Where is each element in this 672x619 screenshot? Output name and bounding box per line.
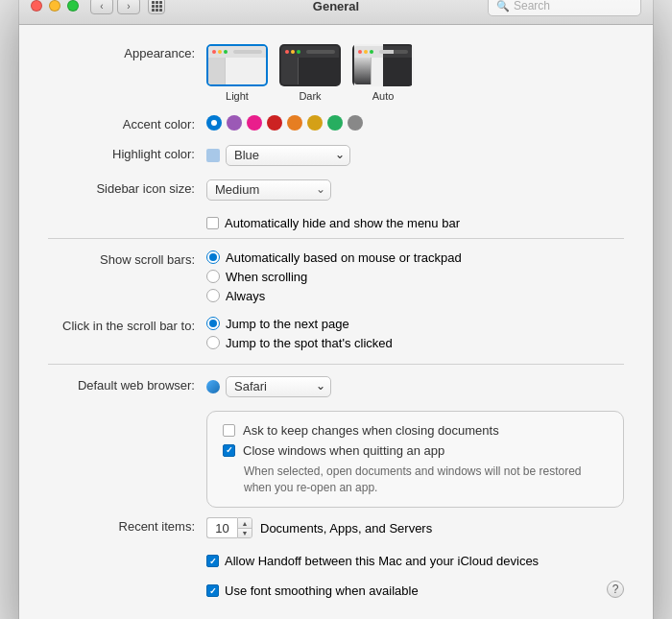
- auto-hide-menu-label-empty: [48, 214, 206, 216]
- content-area: Appearance:: [19, 25, 653, 619]
- accent-yellow[interactable]: [307, 115, 323, 131]
- recent-items-decrement[interactable]: ▼: [238, 529, 252, 538]
- scroll-when-row[interactable]: When scrolling: [206, 270, 462, 284]
- recent-items-stepper-group: ▲ ▼: [206, 517, 252, 538]
- back-button[interactable]: ‹: [90, 0, 113, 14]
- default-browser-content: Safari: [206, 376, 624, 397]
- search-icon: 🔍: [496, 0, 510, 12]
- sidebar-icon-size-label: Sidebar icon size:: [48, 179, 206, 196]
- accent-blue[interactable]: [206, 115, 222, 131]
- accent-color-options: [206, 115, 624, 131]
- safari-icon: [206, 380, 220, 393]
- close-button[interactable]: [31, 0, 42, 12]
- jump-spot-radio[interactable]: [206, 336, 220, 349]
- appearance-light[interactable]: Light: [206, 44, 268, 102]
- highlight-color-select-wrapper: Blue: [226, 145, 350, 166]
- show-scroll-bars-row: Show scroll bars: Automatically based on…: [48, 250, 624, 303]
- highlight-color-content: Blue: [206, 145, 624, 166]
- recent-items-stepper: ▲ ▼: [237, 517, 252, 538]
- accent-orange[interactable]: [287, 115, 302, 131]
- accent-red[interactable]: [267, 115, 282, 131]
- click-scroll-bar-content: Jump to the next page Jump to the spot t…: [206, 317, 624, 350]
- search-placeholder: Search: [514, 0, 550, 12]
- jump-spot-label: Jump to the spot that's clicked: [226, 336, 393, 350]
- font-smoothing-checkbox[interactable]: [206, 584, 219, 597]
- jump-next-label: Jump to the next page: [226, 317, 349, 331]
- show-scroll-bars-content: Automatically based on mouse or trackpad…: [206, 250, 624, 303]
- handoff-checkbox[interactable]: [206, 555, 219, 567]
- recent-items-content: ▲ ▼ Documents, Apps, and Servers: [206, 517, 624, 538]
- scroll-auto-row[interactable]: Automatically based on mouse or trackpad: [206, 250, 462, 265]
- default-browser-label: Default web browser:: [48, 376, 206, 393]
- show-scroll-bars-label: Show scroll bars:: [48, 250, 206, 267]
- appearance-thumb-auto[interactable]: [352, 44, 414, 86]
- appearance-thumb-light[interactable]: [206, 44, 268, 86]
- browser-dropdown-wrapper: Safari: [226, 376, 331, 397]
- close-windows-label: Close windows when quitting an app: [243, 443, 444, 458]
- accent-pink[interactable]: [247, 115, 262, 131]
- appearance-dark-label: Dark: [299, 90, 321, 102]
- scroll-when-radio[interactable]: [206, 270, 220, 283]
- ask-keep-changes-label: Ask to keep changes when closing documen…: [243, 423, 499, 438]
- accent-green[interactable]: [327, 115, 343, 131]
- grid-button[interactable]: [148, 0, 165, 14]
- ask-keep-changes-row: Ask to keep changes when closing documen…: [223, 423, 608, 438]
- font-smoothing-content: Use font smoothing when available ?: [206, 582, 624, 598]
- scroll-always-radio[interactable]: [206, 289, 220, 302]
- appearance-light-label: Light: [226, 90, 249, 102]
- highlight-color-swatch: [206, 149, 220, 162]
- nav-buttons: ‹ ›: [90, 0, 140, 14]
- recent-items-increment[interactable]: ▲: [238, 518, 252, 529]
- font-smoothing-empty-label: [48, 582, 206, 583]
- highlight-color-select[interactable]: Blue: [226, 145, 350, 166]
- jump-spot-row[interactable]: Jump to the spot that's clicked: [206, 336, 393, 350]
- accent-color-row: Accent color:: [48, 115, 624, 131]
- handoff-empty-label: [48, 552, 206, 554]
- forward-button[interactable]: ›: [117, 0, 140, 14]
- default-browser-select[interactable]: Safari: [226, 376, 331, 397]
- auto-hide-menu-label: Automatically hide and show the menu bar: [225, 216, 460, 230]
- accent-graphite[interactable]: [348, 115, 363, 131]
- appearance-row: Appearance:: [48, 44, 624, 102]
- close-windows-description: When selected, open documents and window…: [244, 464, 608, 496]
- appearance-thumb-dark[interactable]: [279, 44, 341, 86]
- window-title: General: [313, 0, 359, 13]
- click-scroll-bar-row: Click in the scroll bar to: Jump to the …: [48, 317, 624, 350]
- show-scroll-bars-options: Automatically based on mouse or trackpad…: [206, 250, 462, 303]
- recent-items-input[interactable]: [206, 517, 237, 538]
- ask-keep-changes-checkbox[interactable]: [223, 424, 235, 437]
- appearance-dark[interactable]: Dark: [279, 44, 341, 102]
- minimize-button[interactable]: [49, 0, 60, 12]
- titlebar: ‹ › General 🔍 Search: [19, 0, 653, 25]
- sidebar-icon-size-select[interactable]: Medium: [206, 179, 331, 201]
- accent-purple[interactable]: [227, 115, 242, 131]
- recent-items-label: Recent items:: [48, 517, 206, 534]
- highlight-box-content-wrapper: Ask to keep changes when closing documen…: [206, 411, 624, 509]
- appearance-options: Light Dark: [206, 44, 624, 102]
- jump-next-row[interactable]: Jump to the next page: [206, 317, 393, 331]
- scroll-auto-label: Automatically based on mouse or trackpad: [226, 250, 462, 265]
- scroll-auto-radio[interactable]: [206, 250, 220, 264]
- close-windows-row: Close windows when quitting an app: [223, 443, 608, 458]
- handoff-label: Allow Handoff between this Mac and your …: [225, 554, 539, 568]
- scroll-when-label: When scrolling: [226, 270, 307, 284]
- search-box[interactable]: 🔍 Search: [488, 0, 641, 16]
- sidebar-icon-size-select-wrapper: Medium: [206, 179, 331, 201]
- scroll-always-row[interactable]: Always: [206, 289, 462, 303]
- handoff-content: Allow Handoff between this Mac and your …: [206, 552, 624, 568]
- highlight-color-label: Highlight color:: [48, 145, 206, 161]
- recent-items-row: Recent items: ▲ ▼ Documents, Apps, and S…: [48, 517, 624, 538]
- appearance-auto-label: Auto: [372, 90, 395, 102]
- close-windows-checkbox[interactable]: [223, 444, 235, 457]
- traffic-lights: [31, 0, 79, 12]
- default-browser-select-wrapper: Safari: [206, 376, 331, 397]
- auto-hide-menu-checkbox[interactable]: [206, 217, 219, 229]
- highlight-box-row: Ask to keep changes when closing documen…: [48, 411, 624, 509]
- grid-icon: [152, 1, 162, 12]
- appearance-auto[interactable]: Auto: [352, 44, 414, 102]
- maximize-button[interactable]: [67, 0, 79, 12]
- auto-hide-menu-content: Automatically hide and show the menu bar: [206, 214, 624, 230]
- jump-next-radio[interactable]: [206, 317, 220, 330]
- click-scroll-bar-options: Jump to the next page Jump to the spot t…: [206, 317, 393, 350]
- separator-1: [48, 238, 624, 239]
